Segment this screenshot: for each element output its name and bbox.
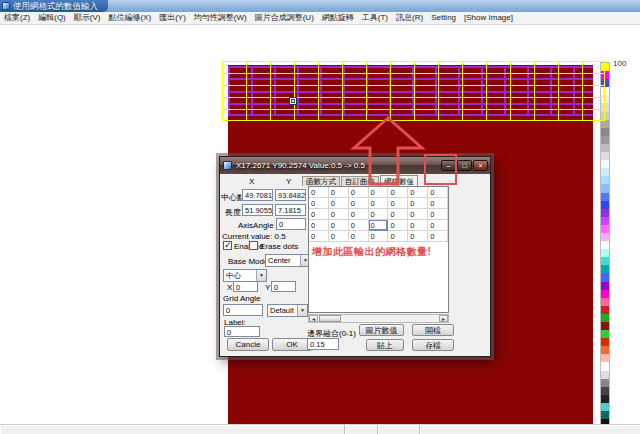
grid-cell[interactable]: 0 bbox=[369, 209, 389, 220]
grid-cell[interactable]: 0 bbox=[408, 220, 428, 231]
grid-cell[interactable]: 0 bbox=[309, 220, 329, 231]
grid-cell[interactable]: 0 bbox=[349, 220, 369, 231]
grid-cell[interactable]: 0 bbox=[388, 198, 408, 209]
grid-cell[interactable]: 0 bbox=[309, 198, 329, 209]
colorbar-segment bbox=[601, 152, 609, 160]
grid-cell[interactable]: 0 bbox=[428, 198, 448, 209]
colorbar-segment bbox=[601, 241, 609, 249]
colorbar-segment bbox=[601, 176, 609, 184]
grid-cell[interactable]: 0 bbox=[369, 198, 389, 209]
grid-cell[interactable]: 0 bbox=[329, 231, 349, 242]
tab-1[interactable]: 函數方式 bbox=[302, 176, 340, 186]
chevron-down-icon: ▼ bbox=[297, 305, 307, 316]
grid-cell[interactable]: 0 bbox=[329, 209, 349, 220]
menu-item-12[interactable]: [Show Image] bbox=[460, 12, 517, 24]
menu-item-4[interactable]: 點位編修(X) bbox=[104, 12, 155, 24]
grid-cell[interactable]: 0 bbox=[428, 187, 448, 198]
menu-item-7[interactable]: 圖片合成調整(U) bbox=[251, 12, 318, 24]
menu-item-3[interactable]: 顯示(V) bbox=[70, 12, 105, 24]
center-y-input[interactable]: 93.8482 bbox=[275, 189, 306, 201]
grid-cell[interactable]: 0 bbox=[369, 220, 389, 231]
grid-cell[interactable]: 0 bbox=[369, 187, 389, 198]
menu-item-2[interactable]: 編輯(Q) bbox=[34, 12, 70, 24]
scroll-right-icon[interactable]: ► bbox=[439, 315, 448, 322]
length-y-input[interactable]: 7.1815 bbox=[275, 204, 306, 216]
tab-2[interactable]: 自訂曲線 bbox=[341, 176, 379, 186]
offset-x-input[interactable]: 0 bbox=[233, 281, 258, 292]
paste-button[interactable]: 貼上 bbox=[366, 339, 404, 351]
menu-item-9[interactable]: 工具(T) bbox=[358, 12, 392, 24]
grid-cell[interactable]: 0 bbox=[329, 187, 349, 198]
colorbar-segment bbox=[601, 330, 609, 338]
center-label: 中心點 bbox=[221, 192, 241, 203]
grid-angle-label: Grid Angle bbox=[223, 294, 260, 303]
grid-cell[interactable]: 0 bbox=[369, 231, 389, 242]
ok-button[interactable]: OK bbox=[272, 338, 312, 351]
grid-cell[interactable]: 0 bbox=[309, 187, 329, 198]
colorbar-segment bbox=[601, 193, 609, 201]
menu-item-10[interactable]: 訊息(R) bbox=[392, 12, 427, 24]
tab-3[interactable]: 網格數值 bbox=[380, 175, 418, 186]
main-titlebar: 使用網格式的數值輸入 bbox=[0, 0, 640, 12]
grid-cell[interactable]: 0 bbox=[408, 231, 428, 242]
statusbar-segment bbox=[345, 425, 378, 434]
grid-cell[interactable]: 0 bbox=[349, 187, 369, 198]
grid-cell[interactable]: 0 bbox=[388, 220, 408, 231]
grid-row: 0000000 bbox=[309, 187, 448, 198]
cancel-button[interactable]: Cancle bbox=[227, 338, 269, 351]
grid-angle-input[interactable]: 0 bbox=[223, 304, 263, 316]
grid-cell[interactable]: 0 bbox=[329, 220, 349, 231]
grid-cell[interactable]: 0 bbox=[349, 231, 369, 242]
title-chip: 使用網格式的數值輸入 bbox=[0, 0, 108, 12]
base-mode-dropdown[interactable]: Center ▼ bbox=[265, 254, 311, 267]
blend-input[interactable]: 0.15 bbox=[307, 338, 339, 350]
menu-item-8[interactable]: 網點旋轉 bbox=[318, 12, 358, 24]
axis-angle-input[interactable]: 0 bbox=[276, 218, 306, 230]
colorbar-segment bbox=[601, 290, 609, 298]
label-field-input[interactable]: 0 bbox=[224, 326, 260, 337]
menu-item-11[interactable]: Setting bbox=[427, 12, 460, 24]
grid-cell[interactable]: 0 bbox=[408, 209, 428, 220]
colorbar-segment bbox=[601, 379, 609, 387]
selected-point-marker bbox=[289, 97, 297, 105]
save-file-button[interactable]: 存檔 bbox=[412, 339, 454, 351]
erase-dots-label: Erase dots bbox=[260, 242, 298, 251]
grid-row: 0000000 bbox=[309, 198, 448, 209]
grid-cell[interactable]: 0 bbox=[408, 198, 428, 209]
colorbar-segment bbox=[601, 265, 609, 273]
scrollbar-thumb[interactable] bbox=[319, 315, 341, 322]
grid-cell[interactable]: 0 bbox=[329, 198, 349, 209]
menu-item-1[interactable]: 檔案(Z) bbox=[0, 12, 34, 24]
offset-y-input[interactable]: 0 bbox=[271, 281, 296, 292]
scrollbar-track[interactable] bbox=[341, 315, 439, 322]
grid-cell[interactable]: 0 bbox=[309, 209, 329, 220]
menu-item-5[interactable]: 匯出(Y) bbox=[155, 12, 190, 24]
grid-cell[interactable]: 0 bbox=[349, 198, 369, 209]
colorbar-segment bbox=[601, 282, 609, 290]
grid-cell[interactable]: 0 bbox=[349, 209, 369, 220]
grid-cell[interactable]: 0 bbox=[309, 231, 329, 242]
grid-horizontal-scrollbar[interactable]: ◄ ► bbox=[308, 314, 449, 323]
grid-cell[interactable]: 0 bbox=[388, 209, 408, 220]
open-file-button[interactable]: 開檔 bbox=[412, 324, 454, 336]
length-x-input[interactable]: 51.9055 bbox=[242, 204, 273, 216]
grid-cell[interactable]: 0 bbox=[388, 187, 408, 198]
colorbar-segment bbox=[601, 257, 609, 265]
center-x-input[interactable]: 49.7081 bbox=[242, 189, 273, 201]
dialog-maximize-icon[interactable]: □ bbox=[457, 160, 472, 171]
dialog-close-icon[interactable]: × bbox=[473, 160, 488, 171]
grid-cell[interactable]: 0 bbox=[428, 231, 448, 242]
scroll-left-icon[interactable]: ◄ bbox=[309, 315, 318, 322]
grid-cell[interactable]: 0 bbox=[388, 231, 408, 242]
image-values-button[interactable]: 圖片數值 bbox=[359, 324, 404, 336]
axis-angle-label: AxisAngle bbox=[238, 221, 274, 230]
grid-cell[interactable]: 0 bbox=[408, 187, 428, 198]
menu-item-6[interactable]: 均勻性調整(W) bbox=[190, 12, 251, 24]
grid-cell[interactable]: 0 bbox=[428, 209, 448, 220]
enabled-checkbox[interactable]: ✓ bbox=[223, 241, 232, 250]
grid-row: 0000000 bbox=[309, 220, 448, 231]
erase-dots-checkbox[interactable] bbox=[249, 241, 258, 250]
grid-angle-mode-dropdown[interactable]: Default ▼ bbox=[267, 304, 308, 317]
grid-cell[interactable]: 0 bbox=[428, 220, 448, 231]
colorbar-segment bbox=[601, 411, 609, 419]
